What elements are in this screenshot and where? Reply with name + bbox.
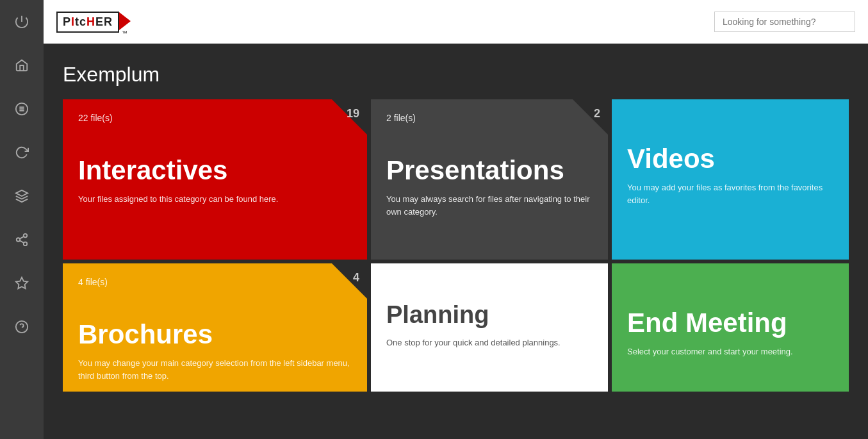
star-icon[interactable] <box>0 261 44 305</box>
card-title-videos: Videos <box>627 144 833 174</box>
svg-point-7 <box>24 242 28 246</box>
logo-text: PItcHER <box>63 15 113 29</box>
card-title-planning: Planning <box>386 302 593 329</box>
card-badge-interactives: 19 <box>347 107 359 120</box>
help-icon[interactable] <box>0 305 44 349</box>
search-input[interactable] <box>714 12 855 32</box>
svg-point-5 <box>24 234 28 238</box>
card-title-end-meeting: End Meeting <box>627 308 833 338</box>
card-presentations[interactable]: 2 file(s) 2 Presentations You may always… <box>371 99 608 260</box>
svg-point-6 <box>17 238 20 242</box>
svg-line-9 <box>20 236 24 239</box>
triangle-cut-presentations <box>573 99 608 135</box>
card-brochures[interactable]: 4 file(s) 4 Brochures You may change you… <box>63 263 367 392</box>
card-desc-videos: You may add your files as favorites from… <box>627 181 833 206</box>
card-title-brochures: Brochures <box>78 320 352 349</box>
card-desc-presentations: You may always search for files after na… <box>386 193 593 218</box>
share-icon[interactable] <box>0 218 44 261</box>
triangle-cut-brochures <box>332 263 367 299</box>
card-end-meeting[interactable]: End Meeting Select your customer and sta… <box>612 263 849 392</box>
logo: PItcHER ™ <box>56 7 131 37</box>
logo-arrow <box>119 12 131 30</box>
home-icon[interactable] <box>0 44 44 87</box>
power-icon[interactable] <box>0 0 44 44</box>
card-planning[interactable]: Planning One stop for your quick and det… <box>371 263 608 392</box>
list-icon[interactable] <box>0 87 44 131</box>
card-desc-planning: One stop for your quick and detailed pla… <box>386 336 593 349</box>
card-title-interactives: Interactives <box>78 156 352 185</box>
card-files-brochures: 4 file(s) <box>78 277 108 287</box>
header: PItcHER ™ <box>44 0 868 44</box>
card-desc-interactives: Your files assigned to this category can… <box>78 193 352 206</box>
card-desc-brochures: You may change your main category select… <box>78 357 352 382</box>
sidebar <box>0 0 44 439</box>
main-area: PItcHER ™ Exemplum 22 file(s) 19 Interac… <box>44 0 868 439</box>
card-badge-brochures: 4 <box>353 271 359 285</box>
card-badge-presentations: 2 <box>594 107 600 120</box>
card-desc-end-meeting: Select your customer and start your meet… <box>627 345 833 358</box>
svg-line-8 <box>20 240 24 243</box>
svg-marker-10 <box>16 277 28 288</box>
card-files-interactives: 22 file(s) <box>78 113 113 123</box>
page-title: Exemplum <box>63 63 849 87</box>
logo-tm: ™ <box>122 30 127 37</box>
content: Exemplum 22 file(s) 19 Interactives Your… <box>44 44 868 439</box>
layers-icon[interactable] <box>0 174 44 218</box>
card-videos[interactable]: Videos You may add your files as favorit… <box>612 99 849 260</box>
card-grid: 22 file(s) 19 Interactives Your files as… <box>63 99 849 392</box>
card-files-presentations: 2 file(s) <box>386 113 416 123</box>
card-title-presentations: Presentations <box>386 156 593 185</box>
card-interactives[interactable]: 22 file(s) 19 Interactives Your files as… <box>63 99 367 260</box>
refresh-icon[interactable] <box>0 131 44 174</box>
logo-box: PItcHER <box>56 12 119 33</box>
svg-marker-4 <box>16 190 28 196</box>
